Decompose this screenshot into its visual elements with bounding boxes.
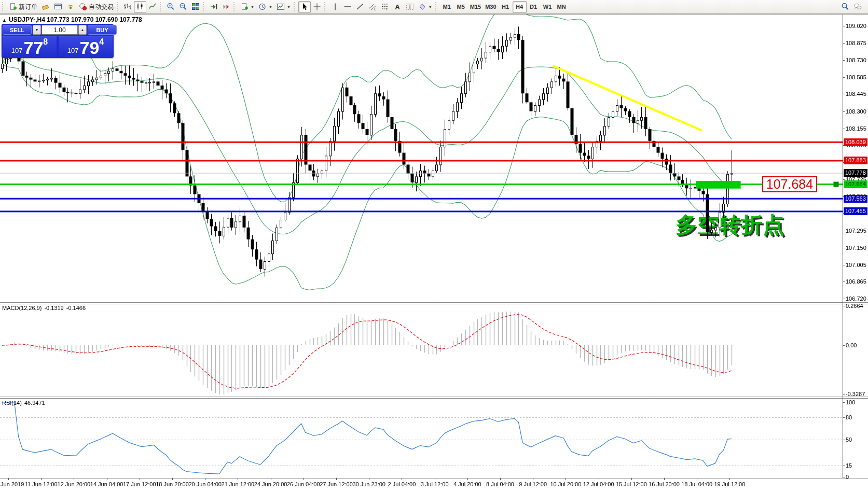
- timeframe-mn-button[interactable]: MN: [555, 1, 569, 13]
- price-axis-tick: 108.155: [846, 125, 866, 132]
- chat-button[interactable]: [851, 1, 864, 13]
- time-axis-label: 11 Jun 12:00: [25, 481, 58, 487]
- up-arrow-icon: ▲: [81, 28, 85, 32]
- text-button[interactable]: A: [391, 1, 404, 13]
- time-axis-label: 19 Jul 12:00: [714, 481, 745, 487]
- price-axis-tick: 107.005: [846, 262, 866, 268]
- equidistant-channel-button[interactable]: E: [366, 1, 379, 13]
- signals-button[interactable]: [64, 1, 77, 13]
- rsi-axis-tick: 0: [846, 474, 849, 480]
- time-axis-label: 12 Jun 20:00: [58, 481, 91, 487]
- shapes-button[interactable]: ▼: [416, 1, 434, 13]
- buy-price[interactable]: 107794: [59, 36, 113, 57]
- sell-button[interactable]: SELL: [3, 25, 32, 35]
- search-icon: [841, 3, 849, 11]
- vertical-line-button[interactable]: [329, 1, 341, 13]
- templates-button[interactable]: ▼: [274, 1, 293, 13]
- time-axis-label: 17 Jun 12:00: [123, 481, 156, 487]
- timeframe-m15-button[interactable]: M15: [468, 1, 483, 13]
- fibonacci-button[interactable]: F: [379, 1, 391, 13]
- new-order-button-label: 新订单: [19, 3, 37, 11]
- chart-canvas[interactable]: [0, 14, 868, 493]
- autotrade-button[interactable]: 自动交易: [77, 1, 116, 13]
- tile-windows-button[interactable]: [189, 1, 202, 13]
- time-axis-label: 24 Jun 20:00: [254, 481, 287, 487]
- clock-icon: [258, 3, 267, 11]
- svg-text:T: T: [408, 4, 411, 10]
- new-chart-window-button[interactable]: [52, 1, 64, 13]
- volume-increase-button[interactable]: ▲: [78, 25, 87, 35]
- svg-text:A: A: [395, 3, 400, 11]
- collapse-arrow-icon[interactable]: ▲: [2, 18, 7, 23]
- chart-shift-button[interactable]: [208, 1, 220, 13]
- time-axis-label: 27 Jun 12:00: [320, 481, 353, 487]
- main-toolbar: 新订单自动交易▼▼▼EFAT▼M1M5M15M30H1H4D1W1MN: [0, 0, 868, 14]
- candlestick-chart-button[interactable]: [134, 1, 146, 13]
- zoom-out-button[interactable]: [177, 1, 189, 13]
- time-axis-label: 10 Jun 2019: [0, 481, 24, 487]
- toolbar-right-icons: [839, 1, 864, 13]
- price-axis-tick: 106.720: [846, 295, 866, 302]
- macd-axis-tick: 0.00: [846, 342, 857, 348]
- text-a-icon: A: [393, 3, 402, 11]
- macd-indicator-label: MACD(12,26,9)-0.1319-0.1466: [2, 305, 88, 311]
- timeframe-m30-button[interactable]: M30: [483, 1, 498, 13]
- tline-icon: [356, 3, 364, 11]
- svg-text:E: E: [374, 7, 377, 11]
- price-axis-tick: 109.020: [846, 23, 866, 29]
- label-button[interactable]: T: [404, 1, 416, 13]
- timeframe-h1-button[interactable]: H1: [499, 1, 513, 13]
- bar-chart-button[interactable]: [121, 1, 134, 13]
- price-tag-label[interactable]: 107.684: [762, 176, 817, 192]
- vline-icon: [331, 3, 339, 11]
- styler-button[interactable]: [39, 1, 52, 13]
- zoom-out-icon: [179, 3, 187, 11]
- template-chart-icon: [277, 3, 285, 11]
- timeframe-m5-button[interactable]: M5: [454, 1, 468, 13]
- periods-button[interactable]: ▼: [256, 1, 274, 13]
- macd-axis-tick: 0.2664: [846, 303, 863, 309]
- toolbar-grip: [160, 2, 162, 11]
- cursor-button[interactable]: [298, 1, 311, 13]
- time-axis-label: 8 Jul 04:00: [486, 481, 514, 487]
- price-marker-107.455: 107.455: [844, 207, 867, 215]
- time-axis-label: 30 Jun 23:00: [352, 481, 385, 487]
- price-axis-tick: 107.150: [846, 245, 866, 251]
- rsi-axis-tick: 50: [846, 436, 852, 443]
- trendline-button[interactable]: [354, 1, 366, 13]
- time-axis-label: 18 Jun 20:00: [156, 481, 189, 487]
- toolbar-grip: [117, 2, 119, 11]
- sell-price[interactable]: 107778: [3, 36, 57, 57]
- signal-icon: [66, 3, 75, 11]
- timeframe-h4-button[interactable]: H4: [513, 1, 527, 13]
- crosshair-button[interactable]: [311, 1, 323, 13]
- dropdown-arrow-icon: ▼: [287, 5, 291, 9]
- timeframe-m1-button[interactable]: M1: [440, 1, 454, 13]
- auto-scroll-button[interactable]: [220, 1, 232, 13]
- indicators-button[interactable]: ▼: [238, 1, 256, 13]
- volume-input[interactable]: [42, 25, 78, 35]
- new-order-button[interactable]: 新订单: [7, 1, 39, 13]
- chart-title-text: USDJPY-,H4 107.773 107.970 107.690 107.7…: [9, 16, 142, 23]
- search-button[interactable]: [839, 1, 851, 13]
- time-axis-label: 18 Jul 04:00: [681, 481, 712, 487]
- time-axis-label: 4 Jul 20:00: [453, 481, 481, 487]
- rsi-value: 46.9471: [24, 400, 45, 406]
- autotrade-button-label: 自动交易: [89, 3, 114, 11]
- bars-icon: [123, 3, 132, 11]
- horizontal-line-button[interactable]: [341, 1, 354, 13]
- linechart-icon: [148, 3, 157, 11]
- price-marker-107.883: 107.883: [844, 157, 867, 164]
- mt4-terminal-window: 新订单自动交易▼▼▼EFAT▼M1M5M15M30H1H4D1W1MN ▲USD…: [0, 0, 868, 493]
- sell-price-pip: 8: [43, 38, 48, 46]
- timeframe-w1-button[interactable]: W1: [541, 1, 555, 13]
- crosshair-icon: [313, 3, 321, 11]
- zoom-in-button[interactable]: [164, 1, 177, 13]
- toolbar-grip: [324, 2, 327, 11]
- sell-price-handle: 107: [11, 46, 23, 55]
- timeframe-d1-button[interactable]: D1: [527, 1, 541, 13]
- volume-decrease-button[interactable]: ▼: [33, 25, 41, 35]
- time-axis-label: 10 Jul 20:00: [550, 481, 581, 487]
- line-chart-button[interactable]: [146, 1, 159, 13]
- buy-button[interactable]: BUY: [88, 25, 117, 35]
